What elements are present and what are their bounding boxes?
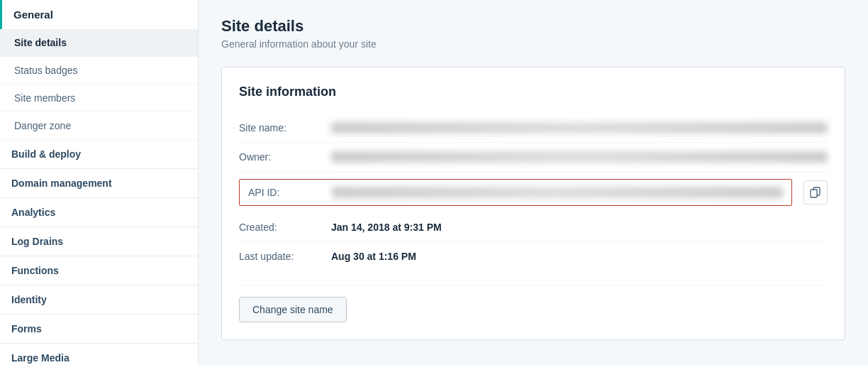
svg-rect-1 bbox=[811, 190, 817, 197]
card-title: Site information bbox=[239, 85, 828, 99]
info-rows: Site name: Owner: API ID: bbox=[239, 114, 828, 271]
api-id-value bbox=[332, 187, 783, 198]
owner-label: Owner: bbox=[239, 151, 331, 163]
sidebar-category-build-deploy[interactable]: Build & deploy bbox=[0, 140, 198, 169]
site-name-label: Site name: bbox=[239, 122, 331, 134]
last-update-label: Last update: bbox=[239, 251, 331, 262]
sidebar-item-site-members[interactable]: Site members bbox=[0, 85, 198, 112]
change-site-name-button[interactable]: Change site name bbox=[239, 297, 347, 322]
created-label: Created: bbox=[239, 222, 331, 233]
api-id-label: API ID: bbox=[248, 187, 332, 198]
owner-value bbox=[331, 151, 828, 163]
sidebar-category-domain-management[interactable]: Domain management bbox=[0, 169, 198, 198]
copy-icon bbox=[810, 187, 821, 198]
sidebar-category-log-drains[interactable]: Log Drains bbox=[0, 227, 198, 256]
page-subtitle: General information about your site bbox=[221, 38, 845, 50]
created-row: Created: Jan 14, 2018 at 9:31 PM bbox=[239, 213, 828, 242]
sidebar-category-identity[interactable]: Identity bbox=[0, 285, 198, 315]
sidebar-category-functions[interactable]: Functions bbox=[0, 256, 198, 285]
sidebar-category-large-media[interactable]: Large Media bbox=[0, 344, 198, 365]
sidebar-section-general[interactable]: General bbox=[0, 0, 198, 29]
sidebar-category-analytics[interactable]: Analytics bbox=[0, 198, 198, 227]
sidebar: General Site details Status badges Site … bbox=[0, 0, 199, 365]
site-name-value bbox=[331, 122, 828, 134]
main-content: Site details General information about y… bbox=[199, 0, 868, 365]
last-update-value: Aug 30 at 1:16 PM bbox=[331, 251, 828, 262]
api-id-row: API ID: bbox=[239, 179, 792, 206]
site-name-row: Site name: bbox=[239, 114, 828, 143]
sidebar-category-forms[interactable]: Forms bbox=[0, 315, 198, 344]
sidebar-item-danger-zone[interactable]: Danger zone bbox=[0, 112, 198, 140]
created-value: Jan 14, 2018 at 9:31 PM bbox=[331, 222, 828, 233]
copy-api-id-button[interactable] bbox=[803, 180, 828, 205]
page-title: Site details bbox=[221, 17, 845, 36]
sidebar-section-label: General bbox=[13, 9, 53, 21]
action-section: Change site name bbox=[239, 285, 828, 322]
sidebar-item-status-badges[interactable]: Status badges bbox=[0, 57, 198, 85]
owner-row: Owner: bbox=[239, 143, 828, 172]
last-update-row: Last update: Aug 30 at 1:16 PM bbox=[239, 242, 828, 271]
sidebar-item-site-details[interactable]: Site details bbox=[0, 29, 198, 57]
site-information-card: Site information Site name: Owner: API I… bbox=[221, 67, 845, 340]
